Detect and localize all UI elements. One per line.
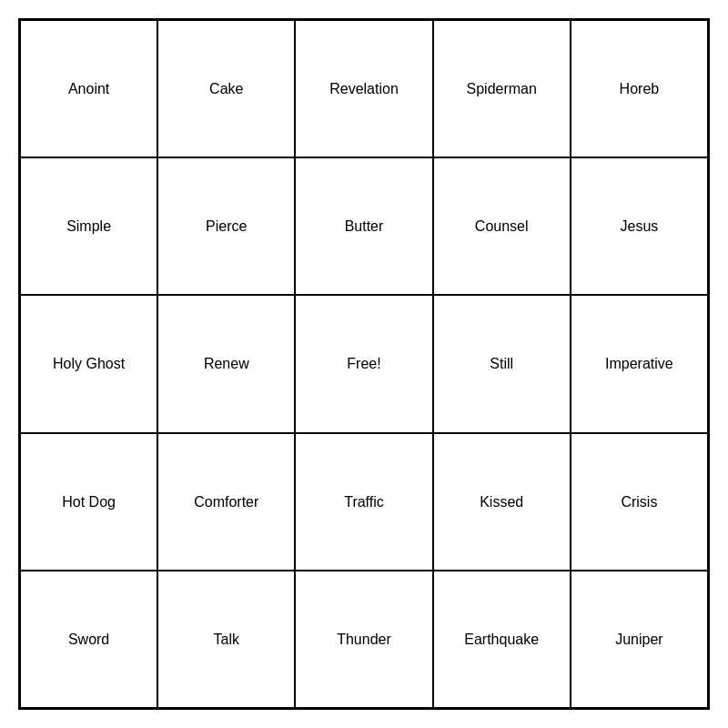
cell-text-3: Spiderman	[467, 80, 537, 97]
bingo-cell-8: Counsel	[433, 157, 571, 295]
cell-text-19: Crisis	[621, 493, 657, 511]
cell-text-7: Butter	[345, 217, 384, 235]
bingo-cell-5: Simple	[20, 157, 157, 295]
bingo-cell-14: Imperative	[571, 295, 708, 432]
cell-text-10: Holy Ghost	[53, 355, 125, 372]
bingo-cell-16: Comforter	[157, 433, 295, 571]
bingo-cell-12: Free!	[295, 295, 432, 432]
cell-text-5: Simple	[66, 217, 111, 235]
bingo-cell-11: Renew	[157, 295, 295, 432]
bingo-cell-15: Hot Dog	[20, 433, 157, 571]
cell-text-9: Jesus	[620, 217, 658, 235]
bingo-cell-13: Still	[433, 295, 571, 432]
cell-text-15: Hot Dog	[62, 493, 116, 511]
cell-text-6: Pierce	[206, 217, 247, 235]
cell-text-8: Counsel	[475, 217, 529, 235]
cell-text-16: Comforter	[194, 493, 258, 511]
bingo-cell-10: Holy Ghost	[20, 295, 157, 432]
cell-text-20: Sword	[68, 631, 109, 648]
cell-text-17: Traffic	[344, 493, 384, 511]
bingo-cell-19: Crisis	[571, 433, 708, 571]
cell-text-13: Still	[490, 355, 513, 372]
bingo-cell-4: Horeb	[571, 20, 708, 157]
bingo-cell-20: Sword	[20, 571, 157, 708]
cell-text-12: Free!	[347, 355, 380, 372]
cell-text-24: Juniper	[615, 631, 662, 648]
cell-text-21: Talk	[214, 631, 239, 648]
bingo-cell-21: Talk	[157, 571, 295, 708]
bingo-cell-22: Thunder	[295, 571, 432, 708]
cell-text-18: Kissed	[480, 493, 523, 511]
cell-text-4: Horeb	[620, 80, 660, 97]
cell-text-0: Anoint	[68, 80, 109, 97]
bingo-cell-2: Revelation	[295, 20, 432, 157]
bingo-cell-6: Pierce	[157, 157, 295, 295]
cell-text-22: Thunder	[337, 631, 391, 648]
bingo-cell-18: Kissed	[433, 433, 571, 571]
cell-text-14: Imperative	[605, 355, 673, 372]
bingo-cell-1: Cake	[157, 20, 295, 157]
bingo-cell-7: Butter	[295, 157, 432, 295]
bingo-cell-23: Earthquake	[433, 571, 571, 708]
cell-text-11: Renew	[204, 355, 249, 372]
bingo-cell-0: Anoint	[20, 20, 157, 157]
bingo-cell-17: Traffic	[295, 433, 432, 571]
cell-text-2: Revelation	[329, 80, 399, 97]
bingo-cell-9: Jesus	[571, 157, 708, 295]
bingo-cell-24: Juniper	[571, 571, 708, 708]
bingo-board: AnointCakeRevelationSpidermanHorebSimple…	[18, 18, 710, 710]
bingo-cell-3: Spiderman	[433, 20, 571, 157]
cell-text-23: Earthquake	[464, 631, 539, 648]
cell-text-1: Cake	[209, 80, 243, 97]
